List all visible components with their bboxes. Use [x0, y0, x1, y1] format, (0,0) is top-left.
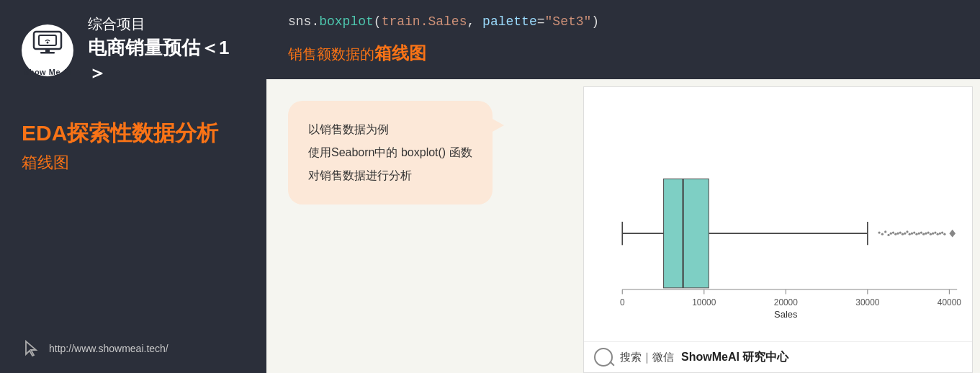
- svg-point-22: [902, 233, 904, 235]
- bubble-line-3: 对销售数据进行分析: [308, 164, 472, 187]
- logo-icon: [30, 24, 66, 60]
- code-paren-close: ): [591, 14, 599, 29]
- sidebar-title-group: 综合项目 电商销量预估＜1＞: [88, 14, 245, 86]
- svg-marker-5: [26, 341, 36, 356]
- svg-point-16: [887, 234, 889, 236]
- cursor-icon: [22, 338, 42, 359]
- svg-point-36: [934, 231, 936, 233]
- svg-point-29: [918, 233, 920, 235]
- chart-inner: 0 10000 20000 30000 40000 Sales: [584, 87, 972, 341]
- svg-point-34: [930, 233, 932, 235]
- footer-brand: ShowMeAI 研究中心: [681, 350, 788, 365]
- sidebar-main-title: 电商销量预估＜1＞: [88, 35, 245, 86]
- sidebar-footer: http://www.showmeai.tech/: [22, 338, 245, 359]
- svg-text:0: 0: [620, 297, 625, 307]
- code-desc-prefix: 销售额数据的: [288, 46, 374, 62]
- svg-point-17: [890, 233, 892, 235]
- svg-point-26: [911, 233, 913, 235]
- svg-rect-3: [40, 52, 55, 54]
- speech-bubble: 以销售数据为例 使用Seaborn中的 boxplot() 函数 对销售数据进行…: [288, 101, 493, 205]
- svg-point-24: [906, 230, 908, 233]
- footer-search-text: 搜索｜微信: [620, 351, 674, 364]
- bottom-area: 以销售数据为例 使用Seaborn中的 boxplot() 函数 对销售数据进行…: [266, 79, 980, 373]
- bubble-text: 以销售数据为例 使用Seaborn中的 boxplot() 函数 对销售数据进行…: [308, 118, 472, 187]
- code-line: sns.boxplot(train.Sales, palette="Set3"): [288, 14, 958, 29]
- svg-text:40000: 40000: [938, 297, 961, 307]
- code-kwarg: palette: [482, 14, 537, 29]
- code-arg1: train.Sales: [382, 14, 467, 29]
- code-equals: =: [537, 14, 545, 29]
- sidebar-header: Show Me AI 综合项目 电商销量预估＜1＞: [22, 14, 245, 86]
- svg-point-30: [920, 231, 922, 233]
- svg-text:Sales: Sales: [774, 309, 798, 320]
- code-desc-highlight: 箱线图: [374, 43, 426, 63]
- boxplot-svg: 0 10000 20000 30000 40000 Sales: [591, 94, 965, 341]
- bubble-line-2: 使用Seaborn中的 boxplot() 函数: [308, 141, 472, 164]
- svg-point-37: [937, 233, 939, 235]
- content-area: sns.boxplot(train.Sales, palette="Set3")…: [266, 0, 980, 373]
- code-lib: sns.: [288, 14, 319, 29]
- svg-text:30000: 30000: [855, 297, 879, 307]
- logo: Show Me AI: [22, 24, 73, 76]
- sidebar-section-label: EDA探索性数据分析: [22, 120, 245, 146]
- svg-point-14: [881, 233, 884, 235]
- svg-point-38: [939, 233, 941, 235]
- svg-point-15: [884, 230, 886, 233]
- code-string: "Set3": [545, 14, 592, 29]
- chart-area: ShowMeAI: [583, 79, 980, 373]
- svg-point-27: [913, 231, 915, 233]
- chart-footer: 搜索｜微信 ShowMeAI 研究中心: [584, 341, 972, 372]
- search-icon: [594, 348, 613, 367]
- sidebar-subtitle: 综合项目: [88, 14, 245, 34]
- svg-point-31: [922, 233, 925, 235]
- code-paren-open: (: [374, 14, 382, 29]
- svg-text:10000: 10000: [692, 297, 716, 307]
- code-block: sns.boxplot(train.Sales, palette="Set3")…: [266, 0, 980, 79]
- svg-point-21: [899, 231, 902, 233]
- sidebar: Show Me AI 综合项目 电商销量预估＜1＞ EDA探索性数据分析 箱线图…: [0, 0, 266, 373]
- svg-point-40: [943, 233, 945, 235]
- code-func: boxplot: [319, 14, 374, 29]
- svg-point-32: [925, 233, 927, 235]
- svg-point-33: [927, 231, 930, 233]
- svg-point-13: [878, 231, 880, 233]
- svg-rect-6: [591, 117, 965, 319]
- chart-container: 0 10000 20000 30000 40000 Sales 搜索｜微信 Sh…: [583, 86, 973, 373]
- svg-point-19: [894, 233, 896, 235]
- svg-rect-7: [664, 179, 709, 287]
- code-description: 销售额数据的箱线图: [288, 42, 958, 65]
- logo-label: Show Me AI: [24, 68, 71, 76]
- svg-point-39: [941, 231, 943, 233]
- logo-inner: Show Me AI: [24, 24, 71, 76]
- bubble-area: 以销售数据为例 使用Seaborn中的 boxplot() 函数 对销售数据进行…: [266, 79, 583, 373]
- svg-point-20: [896, 233, 899, 235]
- bubble-line-1: 以销售数据为例: [308, 118, 472, 141]
- svg-point-25: [909, 233, 911, 235]
- svg-point-28: [915, 233, 917, 235]
- svg-point-18: [892, 231, 894, 233]
- sidebar-section-sub: 箱线图: [22, 152, 245, 174]
- footer-url[interactable]: http://www.showmeai.tech/: [49, 343, 168, 354]
- code-comma: ,: [467, 14, 482, 29]
- svg-point-23: [904, 233, 906, 235]
- svg-point-35: [932, 233, 934, 235]
- svg-point-4: [46, 41, 48, 43]
- svg-text:20000: 20000: [774, 297, 798, 307]
